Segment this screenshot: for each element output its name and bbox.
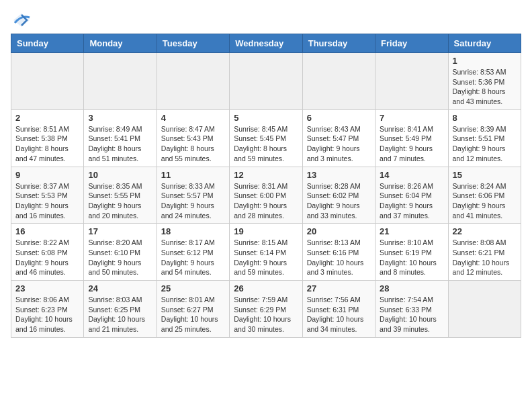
day-info: Sunrise: 8:37 AM Sunset: 5:53 PM Dayligh… xyxy=(15,181,79,221)
calendar-day-cell: 28Sunrise: 7:54 AM Sunset: 6:33 PM Dayli… xyxy=(375,281,448,338)
day-number: 11 xyxy=(161,170,225,180)
day-number: 22 xyxy=(453,226,517,236)
calendar-day-cell: 5Sunrise: 8:45 AM Sunset: 5:45 PM Daylig… xyxy=(230,109,302,167)
calendar-day-cell: 9Sunrise: 8:37 AM Sunset: 5:53 PM Daylig… xyxy=(11,167,84,224)
day-info: Sunrise: 8:20 AM Sunset: 6:10 PM Dayligh… xyxy=(88,238,152,277)
day-number: 17 xyxy=(88,226,152,236)
day-number: 27 xyxy=(307,283,371,293)
calendar-week-row: 9Sunrise: 8:37 AM Sunset: 5:53 PM Daylig… xyxy=(11,167,521,224)
calendar-day-cell: 2Sunrise: 8:51 AM Sunset: 5:38 PM Daylig… xyxy=(11,109,84,167)
day-number: 25 xyxy=(161,283,225,293)
weekday-header: Saturday xyxy=(448,34,521,53)
calendar-week-row: 2Sunrise: 8:51 AM Sunset: 5:38 PM Daylig… xyxy=(11,109,521,167)
day-info: Sunrise: 8:41 AM Sunset: 5:49 PM Dayligh… xyxy=(380,124,443,164)
day-number: 10 xyxy=(88,170,152,180)
day-info: Sunrise: 8:17 AM Sunset: 6:12 PM Dayligh… xyxy=(161,238,225,277)
day-info: Sunrise: 8:49 AM Sunset: 5:41 PM Dayligh… xyxy=(88,124,152,164)
calendar-day-cell: 26Sunrise: 7:59 AM Sunset: 6:29 PM Dayli… xyxy=(230,281,302,338)
day-number: 6 xyxy=(307,113,371,123)
day-number: 14 xyxy=(380,170,443,180)
calendar-day-cell xyxy=(230,53,302,110)
calendar-day-cell xyxy=(11,53,84,110)
day-number: 16 xyxy=(15,226,79,236)
calendar-day-cell: 3Sunrise: 8:49 AM Sunset: 5:41 PM Daylig… xyxy=(84,109,157,167)
calendar-day-cell xyxy=(84,53,157,110)
day-info: Sunrise: 7:54 AM Sunset: 6:33 PM Dayligh… xyxy=(380,295,443,334)
day-info: Sunrise: 8:33 AM Sunset: 5:57 PM Dayligh… xyxy=(161,181,225,221)
day-info: Sunrise: 8:31 AM Sunset: 6:00 PM Dayligh… xyxy=(234,181,298,221)
day-info: Sunrise: 8:45 AM Sunset: 5:45 PM Dayligh… xyxy=(234,124,298,164)
calendar-week-row: 1Sunrise: 8:53 AM Sunset: 5:36 PM Daylig… xyxy=(11,53,521,110)
page-header xyxy=(11,11,521,26)
weekday-header: Tuesday xyxy=(157,34,229,53)
calendar-day-cell: 19Sunrise: 8:15 AM Sunset: 6:14 PM Dayli… xyxy=(230,224,302,281)
logo xyxy=(11,11,31,26)
day-number: 5 xyxy=(234,113,298,123)
day-info: Sunrise: 8:06 AM Sunset: 6:23 PM Dayligh… xyxy=(15,295,79,334)
day-info: Sunrise: 8:03 AM Sunset: 6:25 PM Dayligh… xyxy=(88,295,152,334)
day-number: 13 xyxy=(307,170,371,180)
day-number: 23 xyxy=(15,283,79,293)
day-info: Sunrise: 8:13 AM Sunset: 6:16 PM Dayligh… xyxy=(307,238,371,277)
logo-icon xyxy=(12,11,31,30)
day-info: Sunrise: 8:53 AM Sunset: 5:36 PM Dayligh… xyxy=(453,67,517,107)
calendar-day-cell: 12Sunrise: 8:31 AM Sunset: 6:00 PM Dayli… xyxy=(230,167,302,224)
calendar-day-cell: 11Sunrise: 8:33 AM Sunset: 5:57 PM Dayli… xyxy=(157,167,229,224)
day-info: Sunrise: 8:26 AM Sunset: 6:04 PM Dayligh… xyxy=(380,181,443,221)
day-number: 2 xyxy=(15,113,79,123)
weekday-header: Sunday xyxy=(11,34,84,53)
day-number: 1 xyxy=(453,56,517,66)
day-info: Sunrise: 8:01 AM Sunset: 6:27 PM Dayligh… xyxy=(161,295,225,334)
day-number: 24 xyxy=(88,283,152,293)
day-info: Sunrise: 8:47 AM Sunset: 5:43 PM Dayligh… xyxy=(161,124,225,164)
calendar-day-cell: 7Sunrise: 8:41 AM Sunset: 5:49 PM Daylig… xyxy=(375,109,448,167)
calendar-day-cell xyxy=(375,53,448,110)
day-number: 12 xyxy=(234,170,298,180)
day-number: 18 xyxy=(161,226,225,236)
weekday-header: Thursday xyxy=(302,34,375,53)
calendar-day-cell: 27Sunrise: 7:56 AM Sunset: 6:31 PM Dayli… xyxy=(302,281,375,338)
calendar-day-cell: 24Sunrise: 8:03 AM Sunset: 6:25 PM Dayli… xyxy=(84,281,157,338)
day-info: Sunrise: 8:15 AM Sunset: 6:14 PM Dayligh… xyxy=(234,238,298,277)
day-number: 20 xyxy=(307,226,371,236)
calendar-table: SundayMondayTuesdayWednesdayThursdayFrid… xyxy=(11,34,521,338)
calendar-day-cell: 21Sunrise: 8:10 AM Sunset: 6:19 PM Dayli… xyxy=(375,224,448,281)
calendar-day-cell: 1Sunrise: 8:53 AM Sunset: 5:36 PM Daylig… xyxy=(448,53,521,110)
weekday-header: Friday xyxy=(375,34,448,53)
weekday-header: Wednesday xyxy=(230,34,302,53)
calendar-day-cell: 14Sunrise: 8:26 AM Sunset: 6:04 PM Dayli… xyxy=(375,167,448,224)
calendar-day-cell: 25Sunrise: 8:01 AM Sunset: 6:27 PM Dayli… xyxy=(157,281,229,338)
day-number: 7 xyxy=(380,113,443,123)
calendar-day-cell: 16Sunrise: 8:22 AM Sunset: 6:08 PM Dayli… xyxy=(11,224,84,281)
day-number: 21 xyxy=(380,226,443,236)
day-number: 4 xyxy=(161,113,225,123)
day-info: Sunrise: 7:59 AM Sunset: 6:29 PM Dayligh… xyxy=(234,295,298,334)
calendar-day-cell: 13Sunrise: 8:28 AM Sunset: 6:02 PM Dayli… xyxy=(302,167,375,224)
calendar-day-cell xyxy=(302,53,375,110)
day-number: 28 xyxy=(380,283,443,293)
calendar-day-cell: 4Sunrise: 8:47 AM Sunset: 5:43 PM Daylig… xyxy=(157,109,229,167)
day-number: 8 xyxy=(453,113,517,123)
day-number: 9 xyxy=(15,170,79,180)
day-number: 3 xyxy=(88,113,152,123)
day-info: Sunrise: 8:22 AM Sunset: 6:08 PM Dayligh… xyxy=(15,238,79,277)
calendar-week-row: 16Sunrise: 8:22 AM Sunset: 6:08 PM Dayli… xyxy=(11,224,521,281)
calendar-day-cell xyxy=(448,281,521,338)
weekday-header: Monday xyxy=(84,34,157,53)
calendar-day-cell: 6Sunrise: 8:43 AM Sunset: 5:47 PM Daylig… xyxy=(302,109,375,167)
day-info: Sunrise: 8:28 AM Sunset: 6:02 PM Dayligh… xyxy=(307,181,371,221)
calendar-day-cell: 8Sunrise: 8:39 AM Sunset: 5:51 PM Daylig… xyxy=(448,109,521,167)
day-info: Sunrise: 7:56 AM Sunset: 6:31 PM Dayligh… xyxy=(307,295,371,334)
day-info: Sunrise: 8:43 AM Sunset: 5:47 PM Dayligh… xyxy=(307,124,371,164)
calendar-header-row: SundayMondayTuesdayWednesdayThursdayFrid… xyxy=(11,34,521,53)
calendar-day-cell: 10Sunrise: 8:35 AM Sunset: 5:55 PM Dayli… xyxy=(84,167,157,224)
day-number: 26 xyxy=(234,283,298,293)
calendar-day-cell xyxy=(157,53,229,110)
day-number: 19 xyxy=(234,226,298,236)
calendar-day-cell: 23Sunrise: 8:06 AM Sunset: 6:23 PM Dayli… xyxy=(11,281,84,338)
day-info: Sunrise: 8:51 AM Sunset: 5:38 PM Dayligh… xyxy=(15,124,79,164)
day-info: Sunrise: 8:08 AM Sunset: 6:21 PM Dayligh… xyxy=(453,238,517,277)
day-info: Sunrise: 8:10 AM Sunset: 6:19 PM Dayligh… xyxy=(380,238,443,277)
day-info: Sunrise: 8:24 AM Sunset: 6:06 PM Dayligh… xyxy=(453,181,517,221)
day-info: Sunrise: 8:35 AM Sunset: 5:55 PM Dayligh… xyxy=(88,181,152,221)
